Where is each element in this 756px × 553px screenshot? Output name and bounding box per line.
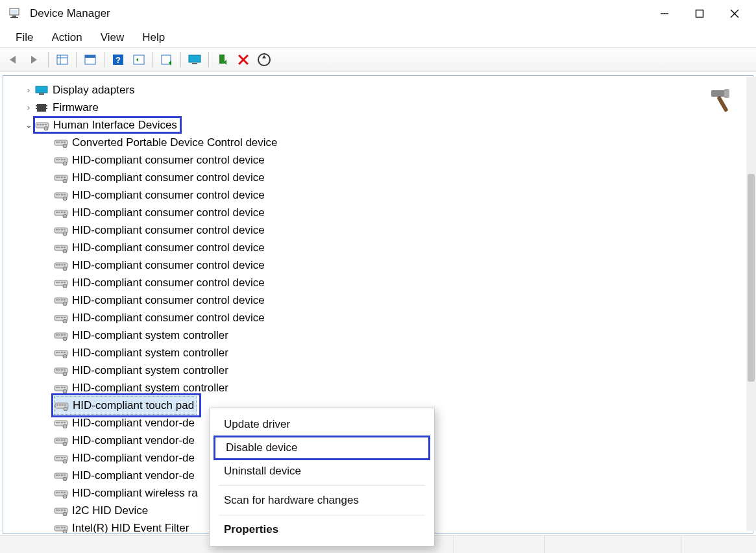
display-adapter-icon	[34, 84, 49, 96]
svg-rect-173	[58, 527, 60, 528]
enable-device-icon[interactable]	[213, 51, 232, 69]
svg-rect-28	[37, 104, 46, 112]
svg-rect-157	[64, 474, 66, 476]
svg-rect-67	[64, 212, 66, 213]
hid-device-icon	[54, 347, 68, 359]
svg-rect-72	[61, 229, 63, 230]
menu-file[interactable]: File	[6, 29, 42, 47]
svg-rect-121	[64, 369, 66, 371]
category-display-adapters[interactable]: › Display adapters	[23, 81, 753, 99]
help-icon[interactable]: ?	[108, 51, 128, 69]
device-item[interactable]: HID-compliant consumer control device	[23, 239, 753, 256]
device-label: HID-compliant consumer control device	[72, 256, 265, 274]
svg-rect-36	[42, 124, 44, 125]
device-label: HID-compliant touch pad	[73, 397, 194, 414]
update-driver-icon[interactable]	[157, 51, 177, 69]
show-grid-icon[interactable]	[53, 51, 72, 69]
forward-arrow-icon[interactable]	[25, 51, 44, 69]
svg-rect-125	[58, 387, 60, 388]
monitor-icon[interactable]	[185, 51, 204, 69]
device-item[interactable]: Converted Portable Device Control device	[23, 134, 753, 151]
hid-device-icon	[54, 470, 68, 482]
svg-rect-30	[36, 108, 37, 109]
hid-device-icon	[54, 452, 68, 464]
svg-rect-107	[58, 334, 60, 336]
menu-view[interactable]: View	[91, 29, 134, 47]
svg-rect-83	[58, 264, 60, 265]
svg-rect-1	[11, 10, 18, 14]
svg-rect-48	[61, 159, 63, 160]
device-label: HID-compliant vendor-de	[72, 449, 195, 467]
device-label: Intel(R) HID Event Filter	[72, 519, 189, 534]
svg-rect-96	[61, 299, 63, 301]
device-label: HID-compliant system controller	[72, 344, 228, 362]
svg-rect-144	[61, 439, 63, 441]
device-item[interactable]: HID-compliant system controller	[23, 326, 753, 344]
svg-rect-118	[56, 369, 58, 371]
device-item[interactable]: HID-compliant consumer control device	[23, 309, 753, 326]
svg-rect-29	[36, 105, 37, 106]
context-separator	[219, 515, 425, 515]
svg-point-146	[63, 442, 67, 446]
menu-help[interactable]: Help	[133, 29, 174, 47]
category-firmware[interactable]: › Firmware	[23, 99, 753, 116]
svg-rect-106	[56, 334, 58, 336]
svg-rect-37	[45, 124, 47, 125]
category-label: Firmware	[53, 99, 99, 116]
vertical-scrollbar[interactable]	[746, 77, 756, 531]
chevron-right-icon[interactable]: ›	[23, 81, 34, 99]
svg-point-164	[63, 495, 67, 498]
svg-point-110	[63, 337, 67, 341]
device-item[interactable]: HID-compliant system controller	[23, 344, 753, 362]
minimize-button[interactable]	[647, 1, 682, 27]
context-uninstall-device[interactable]: Uninstall device	[210, 460, 434, 482]
svg-point-116	[63, 354, 67, 358]
svg-rect-12	[85, 55, 95, 58]
device-item[interactable]: HID-compliant system controller	[23, 362, 753, 379]
device-item[interactable]: HID-compliant consumer control device	[23, 204, 753, 221]
svg-rect-54	[61, 177, 63, 178]
device-item[interactable]: HID-compliant consumer control device	[23, 221, 753, 239]
context-properties[interactable]: Properties	[210, 519, 434, 541]
device-item[interactable]: HID-compliant consumer control device	[23, 151, 753, 169]
device-item[interactable]: HID-compliant consumer control device	[23, 186, 753, 204]
svg-rect-108	[61, 334, 63, 336]
hid-device-icon	[54, 487, 68, 499]
context-scan-hardware[interactable]: Scan for hardware changes	[210, 489, 434, 511]
svg-rect-114	[61, 352, 63, 353]
hid-device-icon	[54, 417, 68, 429]
svg-rect-52	[56, 177, 58, 178]
category-hid[interactable]: ⌄ Human Interface Devices	[23, 116, 753, 134]
svg-rect-47	[58, 159, 60, 160]
svg-point-44	[63, 144, 67, 148]
svg-rect-167	[58, 510, 60, 511]
hid-device-icon	[54, 435, 68, 447]
device-label: HID-compliant vendor-de	[72, 432, 195, 449]
scan-hardware-icon[interactable]	[254, 51, 274, 69]
svg-rect-97	[64, 299, 66, 301]
refresh-icon[interactable]	[129, 51, 149, 69]
device-item[interactable]: HID-compliant consumer control device	[23, 169, 753, 186]
svg-rect-40	[56, 141, 58, 143]
svg-point-68	[63, 214, 67, 218]
context-disable-device[interactable]: Disable device	[213, 436, 430, 460]
svg-rect-89	[58, 282, 60, 283]
properties-pane-icon[interactable]	[80, 51, 100, 69]
back-arrow-icon[interactable]	[4, 51, 23, 69]
svg-rect-17	[189, 55, 201, 62]
close-button[interactable]	[717, 1, 752, 27]
context-update-driver[interactable]: Update driver	[210, 413, 434, 436]
device-item[interactable]: HID-compliant consumer control device	[23, 274, 753, 291]
svg-rect-124	[56, 387, 58, 388]
device-item[interactable]: HID-compliant consumer control device	[23, 291, 753, 309]
chevron-right-icon[interactable]: ›	[23, 99, 34, 116]
hid-device-icon	[54, 365, 68, 376]
device-label: HID-compliant consumer control device	[72, 186, 265, 204]
disable-x-icon[interactable]	[234, 51, 253, 69]
menu-action[interactable]: Action	[42, 29, 91, 47]
device-item[interactable]: HID-compliant consumer control device	[23, 256, 753, 274]
toolbar: ?	[0, 48, 756, 71]
scrollbar-thumb[interactable]	[748, 174, 755, 382]
device-label: HID-compliant consumer control device	[72, 291, 265, 309]
maximize-button[interactable]	[682, 1, 717, 27]
